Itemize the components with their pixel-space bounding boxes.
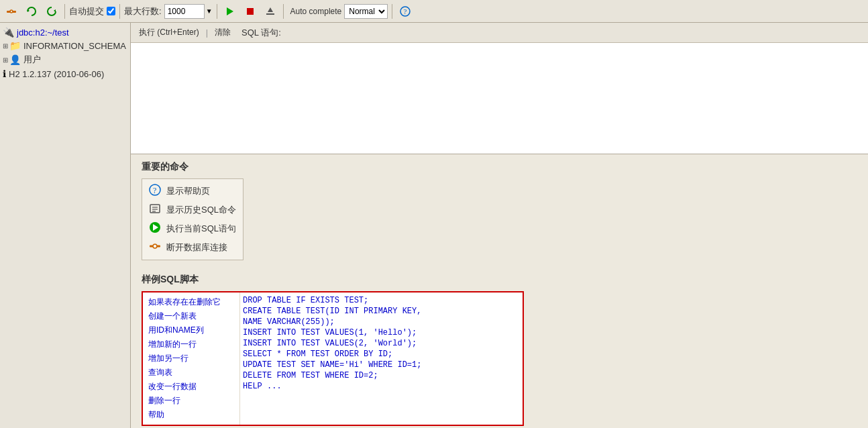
svg-point-21: [153, 244, 157, 248]
sample-right-row-4: INSERT INTO TEST VALUES(2, 'World');: [243, 338, 520, 349]
sample-left-row-2[interactable]: 用ID和NAME列: [146, 323, 237, 337]
sample-left-row-8[interactable]: 帮助: [146, 408, 237, 422]
sample-right-row-8: HELP ...: [243, 381, 520, 392]
connection-label: jdbc:h2:~/test: [17, 28, 69, 38]
svg-rect-7: [266, 13, 274, 15]
autocommit-label: 自动提交: [69, 5, 104, 17]
cmd-run-label: 执行当前SQL语句: [166, 223, 236, 235]
connection-icon: 🔌: [3, 27, 14, 38]
sample-sql-table: 如果表存在在删除它创建一个新表 用ID和NAME列增加新的一行增加另一行查询表改…: [142, 291, 524, 426]
sample-right-row-0: DROP TABLE IF EXISTS TEST;: [243, 295, 520, 306]
max-rows-dropdown[interactable]: ▼: [206, 7, 213, 15]
content-area: 执行 (Ctrl+Enter) | 清除 SQL 语句: 重要的命令 ?: [131, 23, 868, 428]
run-cmd-icon: [149, 221, 161, 236]
sample-sql-section: 样例SQL脚本 如果表存在在删除它创建一个新表 用ID和NAME列增加新的一行增…: [131, 267, 868, 428]
sql-toolbar: 执行 (Ctrl+Enter) | 清除 SQL 语句:: [131, 23, 868, 43]
schema-label: INFORMATION_SCHEMA: [23, 41, 126, 51]
users-expand-icon[interactable]: ⊞: [3, 56, 8, 64]
refresh2-button[interactable]: [43, 3, 60, 20]
sample-right-row-7: DELETE FROM TEST WHERE ID=2;: [243, 370, 520, 381]
max-rows-input[interactable]: [164, 4, 205, 19]
svg-marker-4: [54, 9, 56, 12]
main-toolbar: 自动提交 最大行数: ▼ Auto complete NormalOffOn ?: [0, 0, 868, 23]
svg-marker-8: [268, 7, 273, 12]
execute-button[interactable]: 执行 (Ctrl+Enter): [136, 25, 202, 40]
help-cmd-icon: ?: [149, 184, 161, 199]
sep2: [119, 4, 120, 19]
users-label: 用户: [23, 54, 41, 66]
sample-left-row-1[interactable]: 创建一个新表: [146, 309, 237, 323]
commands-table: ? 显示帮助页 显示历史SQL命令: [142, 178, 243, 260]
sql-sep1: |: [206, 28, 208, 38]
sample-left-col: 如果表存在在删除它创建一个新表 用ID和NAME列增加新的一行增加另一行查询表改…: [143, 292, 240, 425]
sample-title: 样例SQL脚本: [142, 274, 857, 286]
schema-expand-icon[interactable]: ⊞: [3, 42, 8, 50]
history-cmd-icon: [149, 203, 161, 217]
cmd-run[interactable]: 执行当前SQL语句: [145, 219, 240, 238]
autocommit-checkbox[interactable]: [107, 7, 115, 15]
run-button[interactable]: [221, 3, 239, 20]
version-icon: ℹ: [3, 68, 6, 79]
svg-marker-5: [227, 7, 233, 15]
autocomplete-label: Auto complete: [290, 7, 342, 16]
sql-editor-area: 执行 (Ctrl+Enter) | 清除 SQL 语句:: [131, 23, 868, 154]
sep5: [392, 4, 392, 19]
sample-left-row-0[interactable]: 如果表存在在删除它: [146, 295, 237, 309]
version-label: H2 1.2.137 (2010-06-06): [9, 69, 104, 79]
cmd-help[interactable]: ? 显示帮助页: [145, 182, 240, 201]
stop-button[interactable]: [241, 3, 259, 20]
sidebar-version: ℹ H2 1.2.137 (2010-06-06): [0, 67, 130, 81]
sidebar-schema[interactable]: ⊞ 📁 INFORMATION_SCHEMA: [0, 39, 130, 52]
sample-left-row-5[interactable]: 查询表: [146, 366, 237, 380]
sep1: [64, 4, 65, 19]
help-button[interactable]: ?: [396, 3, 414, 20]
users-icon: 👤: [9, 54, 21, 65]
max-rows-label: 最大行数:: [124, 5, 162, 17]
cmd-help-label: 显示帮助页: [166, 185, 210, 197]
sample-right-row-2: NAME VARCHAR(255));: [243, 317, 520, 327]
svg-rect-6: [247, 8, 254, 15]
sample-right-col: DROP TABLE IF EXISTS TEST;CREATE TABLE T…: [240, 292, 523, 425]
sidebar: 🔌 jdbc:h2:~/test ⊞ 📁 INFORMATION_SCHEMA …: [0, 23, 131, 428]
cmd-history[interactable]: 显示历史SQL命令: [145, 201, 240, 219]
refresh-button[interactable]: [23, 3, 40, 20]
important-title: 重要的命令: [142, 161, 857, 173]
cmd-disconnect[interactable]: 断开数据库连接: [145, 238, 240, 257]
svg-point-2: [10, 10, 13, 13]
sample-left-row-4[interactable]: 增加另一行: [146, 352, 237, 366]
sql-label: SQL 语句:: [241, 27, 281, 39]
sidebar-users[interactable]: ⊞ 👤 用户: [0, 52, 130, 67]
sample-right-row-6: UPDATE TEST SET NAME='Hi' WHERE ID=1;: [243, 360, 520, 370]
cmd-history-label: 显示历史SQL命令: [166, 204, 236, 216]
export-button[interactable]: [262, 3, 279, 20]
sample-left-row-7[interactable]: 删除一行: [146, 394, 237, 408]
main-area: 🔌 jdbc:h2:~/test ⊞ 📁 INFORMATION_SCHEMA …: [0, 23, 868, 428]
sample-right-row-3: INSERT INTO TEST VALUES(1, 'Hello');: [243, 327, 520, 338]
sample-right-row-5: SELECT * FROM TEST ORDER BY ID;: [243, 349, 520, 360]
sep4: [283, 4, 284, 19]
autocomplete-select[interactable]: NormalOffOn: [344, 4, 388, 19]
clear-button[interactable]: 清除: [212, 25, 233, 40]
sample-left-row-6[interactable]: 改变一行数据: [146, 380, 237, 394]
disconnect-button[interactable]: [3, 3, 20, 20]
disconnect-cmd-icon: [149, 240, 161, 255]
sep3: [217, 4, 217, 19]
sidebar-connection[interactable]: 🔌 jdbc:h2:~/test: [0, 25, 130, 39]
important-commands-section: 重要的命令 ? 显示帮助页: [131, 154, 868, 267]
cmd-disconnect-label: 断开数据库连接: [166, 242, 227, 254]
schema-icon: 📁: [9, 40, 21, 51]
sample-right-row-1: CREATE TABLE TEST(ID INT PRIMARY KEY,: [243, 306, 520, 317]
sql-input[interactable]: [131, 43, 868, 154]
svg-text:?: ?: [404, 7, 407, 15]
sample-left-row-3[interactable]: 增加新的一行: [146, 337, 237, 352]
svg-text:?: ?: [153, 186, 156, 195]
